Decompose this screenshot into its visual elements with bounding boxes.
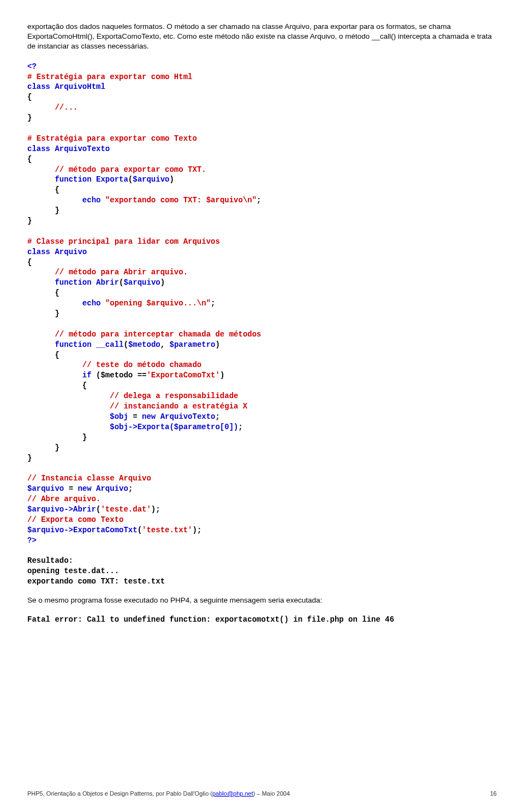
- code-block: <? # Estratégia para exportar como Html …: [27, 62, 497, 587]
- fatal-error-line: Fatal error: Call to undefined function:…: [27, 615, 497, 624]
- resultado-heading: Resultado:: [27, 556, 73, 565]
- footer-text-a: PHP5, Orientação a Objetos e Design Patt…: [27, 790, 212, 797]
- footer-text-b: ) – Maio 2004: [253, 790, 290, 797]
- output-line-2: exportando como TXT: teste.txt: [27, 577, 165, 586]
- outro-paragraph: Se o mesmo programa fosse executado no P…: [27, 596, 497, 605]
- output-line-1: opening teste.dat...: [27, 567, 119, 575]
- footer-email-link[interactable]: pablo@php.net: [212, 790, 253, 797]
- intro-paragraph: exportação dos dados naqueles formatos. …: [27, 22, 497, 52]
- page-number: 16: [490, 790, 497, 797]
- page-footer: PHP5, Orientação a Objetos e Design Patt…: [27, 790, 497, 797]
